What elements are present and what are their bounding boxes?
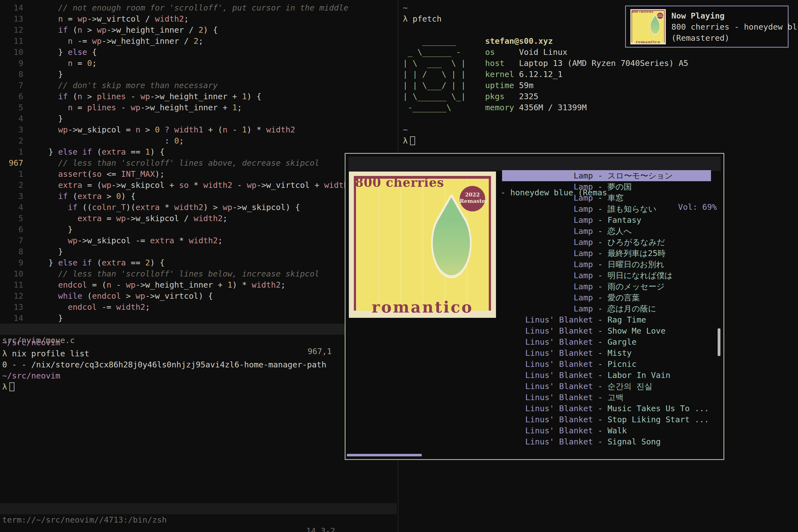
queue-row[interactable]: Linus' Blanket - Walk bbox=[502, 425, 711, 436]
code-line[interactable]: 9 n = 0; bbox=[0, 58, 397, 69]
code-line[interactable]: 8 } bbox=[0, 69, 397, 80]
album-art: 800 cherries 2022Remaster romantico bbox=[630, 9, 666, 44]
line-number: 1 bbox=[0, 146, 23, 157]
terminal-cursor bbox=[410, 136, 415, 145]
line-number: 13 bbox=[0, 302, 23, 312]
queue-row[interactable]: Lamp - 愛の言葉 bbox=[502, 292, 711, 303]
line-number: 4 bbox=[0, 202, 23, 213]
queue-row[interactable]: Lamp - 誰も知らない bbox=[502, 203, 711, 214]
lambda-prompt-icon: λ bbox=[403, 136, 407, 146]
player-progress-bar[interactable] bbox=[347, 454, 422, 456]
pfetch-row: -_______\memory4356M / 31399M bbox=[403, 102, 587, 113]
code-line[interactable]: 10 // less than 'scrolloff' lines below,… bbox=[0, 268, 397, 279]
pfetch-row: | \______ \_|pkgs2325 bbox=[403, 91, 538, 102]
line-number: 9 bbox=[0, 58, 23, 69]
queue-row[interactable]: Linus' Blanket - Rag Time bbox=[502, 314, 711, 325]
code-line[interactable]: 14 // not enough room for 'scrolloff', p… bbox=[0, 2, 397, 13]
queue-row[interactable]: Lamp - ひろがるなみだ bbox=[502, 236, 711, 248]
shell-prompt-current: λ bbox=[403, 135, 415, 146]
code-line[interactable]: 14 } bbox=[0, 312, 397, 324]
line-number: 10 bbox=[0, 268, 23, 279]
queue-row[interactable]: Lamp - 明日になれば僕は bbox=[502, 270, 711, 281]
code-line[interactable]: 11 n -= wp->w_height_inner / 2; bbox=[0, 36, 397, 46]
terminal-row: λ nix profile list bbox=[2, 348, 89, 359]
statusline-terminal: term://~/src/neovim//4713:/bin/zsh 14,3-… bbox=[0, 503, 397, 514]
pfetch-row: _______stefan@s00.xyz bbox=[403, 36, 553, 46]
line-number: 12 bbox=[0, 290, 23, 302]
line-number: 6 bbox=[0, 91, 23, 102]
notification-remaster: (Remastered) bbox=[671, 33, 729, 43]
notification-song: 800 cherries - honeydew blue bbox=[671, 21, 798, 33]
line-number: 3 bbox=[0, 191, 23, 202]
queue-row[interactable]: Linus' Blanket - 고백 bbox=[502, 392, 711, 403]
queue-row[interactable]: Lamp - 夢の国 bbox=[502, 181, 711, 192]
queue-row[interactable]: Lamp - 恋は月の蔭に bbox=[502, 303, 711, 314]
statusline-active: src/nvim/move.c 967,1 bbox=[0, 324, 397, 335]
code-line[interactable]: 4 if ((colnr_T)(extra * width2) > wp->w_… bbox=[0, 202, 397, 213]
queue-row[interactable]: Linus' Blanket - Show Me Love bbox=[502, 325, 711, 336]
queue-row[interactable]: Linus' Blanket - Misty bbox=[502, 347, 711, 359]
queue-row[interactable]: Linus' Blanket - Music Takes Us To ... bbox=[502, 403, 711, 414]
album-art: 800 cherries 2022Remaster romantico bbox=[349, 172, 496, 318]
code-line[interactable]: 11 endcol = (n - wp->w_height_inner + 1)… bbox=[0, 279, 397, 290]
queue-row[interactable]: Lamp - 日曜日のお別れ bbox=[502, 259, 711, 270]
line-number: 2 bbox=[0, 135, 23, 146]
code-line[interactable]: 12 while (endcol > wp->w_virtcol) { bbox=[0, 290, 397, 302]
queue-row[interactable]: Linus' Blanket - Signal Song bbox=[502, 436, 711, 447]
queue-row[interactable]: Linus' Blanket - Labor In Vain bbox=[502, 369, 711, 381]
line-number: 11 bbox=[0, 279, 23, 290]
shell-prompt-path: ~ bbox=[403, 2, 407, 13]
terminal-row: 0 - - /nix/store/cq3cx86h28j0y46ls0nhjzj… bbox=[2, 359, 326, 370]
now-playing-notification[interactable]: 800 cherries 2022Remaster romantico Now … bbox=[625, 5, 788, 48]
queue-row[interactable]: Linus' Blanket - Picnic bbox=[502, 359, 711, 369]
queue-row[interactable]: Linus' Blanket - Gargle bbox=[502, 336, 711, 347]
code-line[interactable]: 3 wp->w_skipcol = n > 0 ? width1 + (n - … bbox=[0, 124, 397, 135]
nvim-editor-pane[interactable]: 14 // not enough room for 'scrolloff', p… bbox=[0, 0, 397, 532]
queue-row[interactable]: Lamp - スロ〜モ〜ション bbox=[502, 170, 711, 181]
queue-row[interactable]: Lamp - 雨のメッセージ bbox=[502, 281, 711, 292]
queue-row[interactable]: Linus' Blanket - Stop Liking Start ... bbox=[502, 414, 711, 425]
code-line[interactable]: 8 } bbox=[0, 246, 397, 257]
code-line[interactable]: 5 n = plines - wp->w_height_inner + 1; bbox=[0, 102, 397, 113]
teardrop-graphic bbox=[650, 18, 660, 35]
desktop: { "colors": { "background": "#0e0e0e", "… bbox=[0, 0, 798, 532]
code-line[interactable]: 13 endcol -= width2; bbox=[0, 302, 397, 312]
code-line[interactable]: 5 extra = wp->w_skipcol / width2; bbox=[0, 213, 397, 224]
code-line[interactable]: 1 assert(so <= INT_MAX); bbox=[0, 169, 397, 179]
code-line[interactable]: 1 } else if (extra == 1) { bbox=[0, 146, 397, 157]
terminal-row: ~/src/neovim bbox=[2, 370, 60, 381]
queue-scrollbar-thumb[interactable] bbox=[718, 328, 720, 356]
code-line[interactable]: 967 // less than 'scrolloff' lines above… bbox=[0, 157, 397, 169]
code-line[interactable]: 7 // don't skip more than necessary bbox=[0, 80, 397, 91]
code-line[interactable]: 7 wp->w_skipcol -= extra * width2; bbox=[0, 235, 397, 246]
lambda-prompt-icon: λ bbox=[403, 14, 407, 23]
shell-command-line: λ pfetch bbox=[403, 13, 442, 24]
music-player-window[interactable]: [Playing] herries - honeydew blue (Remas… bbox=[345, 153, 724, 460]
pfetch-row: | \ ___ \ |hostLaptop 13 (AMD Ryzen 7040… bbox=[403, 58, 688, 69]
code-line[interactable]: 3 if (extra > 0) { bbox=[0, 191, 397, 202]
code-line[interactable]: 10 } else { bbox=[0, 46, 397, 58]
line-number: 6 bbox=[0, 224, 23, 235]
queue-row[interactable]: Lamp - 最終列車は25時 bbox=[502, 248, 711, 259]
line-number: 4 bbox=[0, 113, 23, 124]
code-line[interactable]: 13 n = wp->w_virtcol / width2; bbox=[0, 13, 397, 24]
line-number: 7 bbox=[0, 80, 23, 91]
shell-prompt-path-2: ~ bbox=[403, 124, 407, 135]
code-line[interactable]: 2 : 0; bbox=[0, 135, 397, 146]
queue-row[interactable]: Lamp - 恋人へ bbox=[502, 226, 711, 236]
code-line[interactable]: 6 if (n > plines - wp->w_height_inner + … bbox=[0, 91, 397, 102]
queue-row[interactable]: Linus' Blanket - 순간의 진실 bbox=[502, 381, 711, 392]
code-line[interactable]: 4 } bbox=[0, 113, 397, 124]
queue-row[interactable]: Lamp - Fantasy bbox=[502, 214, 711, 226]
album-title-text: romantico bbox=[349, 298, 496, 316]
queue-row[interactable]: Lamp - 車窓 bbox=[502, 192, 711, 203]
line-number: 11 bbox=[0, 36, 23, 46]
code-line[interactable]: 6 } bbox=[0, 224, 397, 235]
remaster-badge: 2022Remaster bbox=[657, 13, 663, 19]
statusline-terminal-name: term://~/src/neovim//4713:/bin/zsh bbox=[2, 514, 167, 525]
code-line[interactable]: 2 extra = (wp->w_skipcol + so * width2 -… bbox=[0, 179, 397, 191]
code-line[interactable]: 12 if (n > wp->w_height_inner / 2) { bbox=[0, 24, 397, 36]
code-line[interactable]: 9 } else if (extra == 2) { bbox=[0, 257, 397, 268]
line-number: 10 bbox=[0, 46, 23, 58]
player-album-art: 800 cherries 2022Remaster romantico bbox=[349, 172, 496, 318]
